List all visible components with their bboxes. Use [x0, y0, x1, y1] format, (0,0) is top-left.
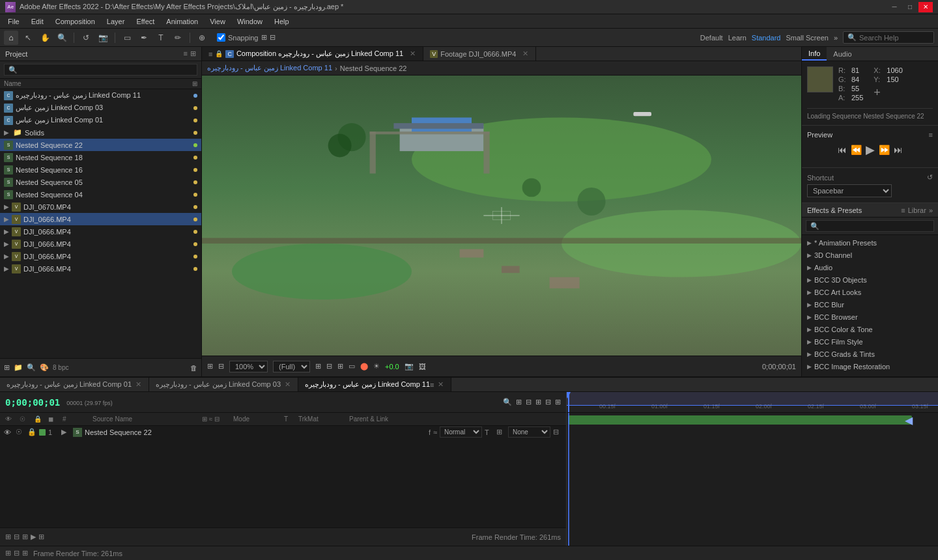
viewer-btn-resolution[interactable]: ⊞ — [315, 362, 321, 371]
effects-search-input[interactable] — [806, 220, 934, 232]
viewer-fit-btn[interactable]: ⊟ — [218, 362, 224, 371]
viewer-tab-close[interactable]: ✕ — [408, 50, 416, 58]
effect-item-3d-channel[interactable]: ▶ 3D Channel — [802, 249, 938, 261]
preview-prev-btn[interactable]: ⏪ — [851, 145, 862, 155]
project-search-input[interactable] — [4, 64, 197, 76]
tl-bottom-icon1[interactable]: ⊞ — [5, 533, 11, 541]
project-btn-folder[interactable]: 📁 — [14, 363, 23, 372]
layer-fx-btn[interactable]: f — [429, 428, 431, 436]
effects-menu[interactable]: ≡ — [901, 206, 905, 214]
project-btn-new-comp[interactable]: ⊞ — [4, 363, 10, 372]
tool-brush[interactable]: ✏ — [171, 31, 185, 45]
viewer-tab-comp11[interactable]: ≡ 🔒 C Composition زمین عباس - رودبارچیره… — [202, 47, 423, 61]
tool-pen[interactable]: ✒ — [137, 31, 151, 45]
tl-tab-comp11[interactable]: زمین عباس - رودبارچیره Linked Comp 11 ≡ … — [298, 378, 451, 391]
menu-file[interactable]: File — [3, 16, 25, 27]
preview-last-btn[interactable]: ⏭ — [894, 145, 903, 155]
tool-rotate[interactable]: ↺ — [79, 31, 93, 45]
tool-puppet[interactable]: ⊕ — [195, 31, 209, 45]
preview-first-btn[interactable]: ⏮ — [838, 145, 847, 155]
statusbar-icon-3[interactable]: ⊞ — [22, 549, 28, 557]
tl-tab-comp01[interactable]: زمین عباس - رودبارچیره Linked Comp 01 ✕ — [0, 378, 149, 391]
project-item-seq22[interactable]: S Nested Sequence 22 — [0, 139, 201, 151]
tl-bottom-icon4[interactable]: ▶ — [31, 533, 36, 541]
tl-tab-comp01-close[interactable]: ✕ — [134, 381, 142, 389]
minimize-button[interactable]: ─ — [887, 2, 902, 12]
workspace-standard[interactable]: Standard — [752, 34, 781, 42]
workspace-learn[interactable]: Learn — [728, 34, 746, 42]
layer-expand[interactable]: ▶ — [61, 428, 70, 436]
viewer-btn-snapshot[interactable]: 📷 — [405, 362, 414, 371]
project-item-comp01[interactable]: C زمین عباس Linked Comp 01 — [0, 114, 201, 126]
project-item-dji0666d[interactable]: ▶ V DJI_0666.MP4 — [0, 250, 201, 262]
effect-item-bccbrowser[interactable]: ▶ BCC Browser — [802, 311, 938, 323]
project-item-dji0666b[interactable]: ▶ V DJI_0666.MP4 — [0, 225, 201, 238]
tl-btn-1[interactable]: ⊞ — [516, 398, 522, 406]
statusbar-icon-2[interactable]: ⊟ — [14, 549, 20, 557]
menu-help[interactable]: Help — [269, 16, 294, 27]
shortcut-select[interactable]: Spacebar — [807, 184, 892, 197]
tool-home[interactable]: ⌂ — [4, 31, 18, 45]
layer-mode-select[interactable]: Normal — [440, 427, 482, 438]
project-item-seq16[interactable]: S Nested Sequence 16 — [0, 163, 201, 176]
menu-layer[interactable]: Layer — [102, 16, 130, 27]
project-item-dji0666a[interactable]: ▶ V DJI_0666.MP4 — [0, 213, 201, 225]
tool-hand[interactable]: ✋ — [38, 31, 52, 45]
tl-end-handle[interactable]: ◀ — [904, 413, 913, 427]
effect-item-audio[interactable]: ▶ Audio — [802, 261, 938, 273]
project-item-comp03[interactable]: C زمین عباس Linked Comp 03 — [0, 102, 201, 114]
tl-tab-comp11-close[interactable]: ✕ — [436, 381, 444, 389]
menu-effect[interactable]: Effect — [131, 16, 160, 27]
viewer-btn-transparent[interactable]: ▭ — [348, 362, 355, 371]
tab-audio[interactable]: Audio — [827, 47, 858, 61]
layer-solo[interactable]: ☉ — [16, 428, 25, 436]
quality-select[interactable]: (Full)(Half) — [273, 361, 310, 372]
layer-lock[interactable]: 🔒 — [27, 428, 36, 436]
project-btn-color[interactable]: 🎨 — [40, 363, 49, 372]
viewer-btn-exposure[interactable]: ☀ — [373, 362, 380, 371]
snapping-checkbox[interactable] — [217, 33, 225, 42]
tl-tab-comp11-menu[interactable]: ≡ — [430, 381, 434, 389]
project-item-seq18[interactable]: S Nested Sequence 18 — [0, 151, 201, 163]
project-item-dji0666e[interactable]: ▶ V DJI_0666.MP4 — [0, 262, 201, 275]
project-item-seq05[interactable]: S Nested Sequence 05 — [0, 176, 201, 188]
viewer-btn-show-snapshot[interactable]: 🖼 — [419, 363, 426, 371]
workspace-expand[interactable]: » — [834, 34, 838, 42]
project-btn-delete[interactable]: 🗑 — [190, 364, 197, 372]
project-item-seq04[interactable]: S Nested Sequence 04 — [0, 188, 201, 201]
tl-bottom-icon5[interactable]: ⊞ — [38, 533, 44, 541]
menu-composition[interactable]: Composition — [50, 16, 100, 27]
search-help-container[interactable]: 🔍 — [843, 31, 934, 44]
preview-next-btn[interactable]: ⏩ — [879, 145, 890, 155]
project-btn-search[interactable]: 🔍 — [27, 363, 36, 372]
effect-item-bcccol[interactable]: ▶ BCC Color & Tone — [802, 323, 938, 335]
effects-expand[interactable]: » — [929, 206, 933, 214]
tl-timecode[interactable]: 0;00;00;01 — [5, 397, 60, 408]
tool-rect[interactable]: ▭ — [120, 31, 134, 45]
plus-icon[interactable]: + — [874, 86, 902, 100]
layer-blend-btn[interactable]: ≈ — [433, 428, 437, 436]
effect-item-bccgrads[interactable]: ▶ BCC Grads & Tints — [802, 348, 938, 360]
project-actions-icon[interactable]: ⊞ — [190, 49, 196, 58]
project-item-solids[interactable]: ▶ 📁 Solids — [0, 126, 201, 139]
tl-btn-4[interactable]: ⊟ — [545, 398, 551, 406]
effect-item-bccfilm[interactable]: ▶ BCC Film Style — [802, 335, 938, 348]
menu-edit[interactable]: Edit — [26, 16, 49, 27]
menu-animation[interactable]: Animation — [161, 16, 203, 27]
tl-bottom-icon2[interactable]: ⊟ — [14, 533, 20, 541]
search-help-input[interactable] — [859, 34, 930, 42]
tl-btn-5[interactable]: ⊞ — [555, 398, 561, 406]
effect-item-animation-presets[interactable]: ▶ * Animation Presets — [802, 236, 938, 249]
preview-menu[interactable]: ≡ — [929, 131, 933, 139]
tl-tab-comp03[interactable]: زمین عباس - رودبارچیره Linked Comp 03 ✕ — [149, 378, 298, 391]
effect-item-bccblur[interactable]: ▶ BCC Blur — [802, 298, 938, 311]
project-item-comp11[interactable]: C زمین عباس - رودبارچیره Linked Comp 11 — [0, 89, 201, 102]
tl-btn-3[interactable]: ⊞ — [535, 398, 541, 406]
viewer-snap-btn[interactable]: ⊞ — [207, 362, 213, 371]
project-item-dji0670[interactable]: ▶ V DJI_0670.MP4 — [0, 201, 201, 213]
layer-color[interactable] — [39, 429, 46, 436]
shortcut-refresh[interactable]: ↺ — [927, 173, 933, 182]
viewer-tab-menu[interactable]: ≡ — [208, 50, 212, 58]
menu-view[interactable]: View — [205, 16, 231, 27]
tl-bottom-icon3[interactable]: ⊞ — [22, 533, 28, 541]
